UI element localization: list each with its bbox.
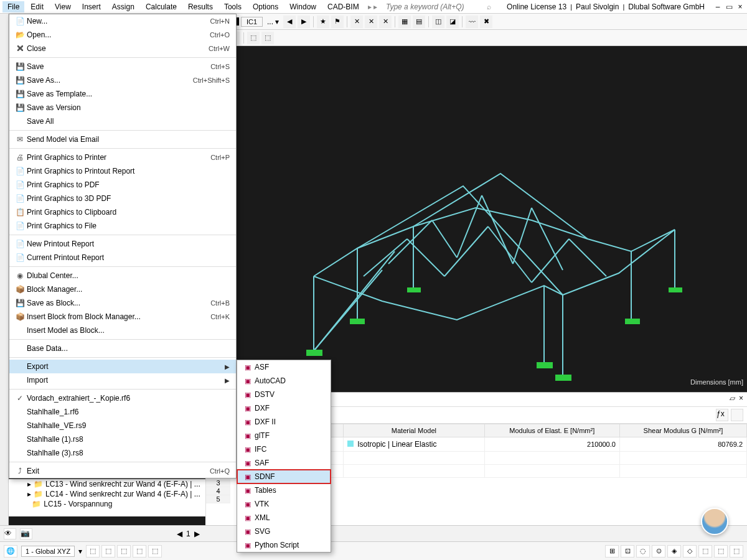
sb-snap1-icon[interactable]: ⊞ — [605, 545, 619, 558]
file-menu-item[interactable]: Save All — [9, 114, 236, 128]
search-go-icon[interactable]: ⌕ — [487, 2, 491, 11]
menu-results[interactable]: Results — [183, 1, 218, 12]
file-menu-item[interactable]: ✉ Send Model via Email — [9, 133, 236, 146]
ic1-more-icon[interactable]: ... ▾ — [265, 17, 281, 26]
sb-globe-icon[interactable]: 🌐 — [4, 545, 17, 558]
pager-prev-icon[interactable]: ◀ — [177, 530, 182, 538]
export-item-tables[interactable]: ▣Tables — [237, 483, 331, 497]
sb-snap2-icon[interactable]: ⊡ — [621, 545, 634, 558]
export-item-ifc[interactable]: ▣IFC — [237, 442, 331, 456]
coord-dropdown-icon[interactable]: ▾ — [78, 547, 82, 556]
camera-icon[interactable]: 📷 — [20, 528, 32, 539]
ic1-selector[interactable]: IC1 — [241, 17, 263, 27]
file-menu-item[interactable]: Export ▶ — [9, 360, 236, 373]
file-menu-item[interactable]: ⤴ Exit Ctrl+Q — [9, 464, 236, 478]
pager-next-icon[interactable]: ▶ — [194, 530, 200, 538]
export-item-dstv[interactable]: ▣DSTV — [237, 388, 331, 401]
tb-grid-icon[interactable]: ▦ — [398, 16, 411, 28]
file-menu-item[interactable]: 💾 Save Ctrl+S — [9, 60, 236, 73]
file-menu-item[interactable]: Stahlhalle_VE.rs9 — [9, 419, 236, 432]
file-menu-item[interactable]: 📦 Insert Block from Block Manager... Ctr… — [9, 310, 236, 324]
menu-window[interactable]: Window — [284, 1, 321, 12]
export-item-xml[interactable]: ▣XML — [237, 511, 331, 525]
tb2-q-icon[interactable]: ⬚ — [261, 32, 274, 44]
file-menu-item[interactable]: 💾 Save as Version — [9, 101, 236, 114]
th-shear-g[interactable]: Shear Modulus G [N/mm²] — [619, 424, 746, 437]
file-menu-item[interactable]: 📄 Print Graphics to File — [9, 219, 236, 233]
tb-nav-left-icon[interactable]: ◀ — [283, 16, 296, 28]
menu-calculate[interactable]: Calculate — [141, 1, 182, 12]
sb-snap5-icon[interactable]: ◈ — [667, 545, 681, 558]
tb-wave-icon[interactable]: 〰 — [466, 16, 478, 28]
menu-options[interactable]: Options — [248, 1, 283, 12]
cell-model[interactable]: Isotropic | Linear Elastic — [344, 437, 484, 452]
file-menu-item[interactable]: 📄 Print Graphics to 3D PDF — [9, 192, 236, 205]
tool-fx-icon[interactable]: ƒx — [716, 409, 728, 421]
sb-snap8-icon[interactable]: ⬚ — [714, 545, 728, 558]
window-min-icon[interactable]: – — [713, 2, 722, 11]
sb-e-icon[interactable]: ⬚ — [148, 545, 162, 558]
tb-layer2-icon[interactable]: ◪ — [446, 16, 459, 28]
coord-system-select[interactable]: 1 - Global XYZ — [21, 546, 75, 557]
panel-pop-icon[interactable]: ▱ — [730, 394, 735, 403]
tb-x1-icon[interactable]: ✕ — [350, 16, 363, 28]
sb-snap3-icon[interactable]: ◌ — [636, 545, 650, 558]
window-restore-icon[interactable]: ▭ — [725, 2, 733, 11]
th-modulus-e[interactable]: Modulus of Elast. E [N/mm²] — [484, 424, 619, 437]
file-menu-item[interactable]: 📄 Current Printout Report — [9, 251, 236, 264]
file-menu-item[interactable]: 📄 New Printout Report — [9, 237, 236, 251]
file-menu-item[interactable]: 📄 New... Ctrl+N — [9, 14, 236, 28]
file-menu-item[interactable]: Stahlhalle (1).rs8 — [9, 432, 236, 446]
file-menu-item[interactable]: 📦 Block Manager... — [9, 282, 236, 296]
file-menu-item[interactable]: Stahlhalle (3).rs8 — [9, 446, 236, 460]
panel-close-icon[interactable]: × — [739, 394, 743, 403]
sb-snap6-icon[interactable]: ◇ — [683, 545, 697, 558]
file-menu-item[interactable]: 💾 Save as Block... Ctrl+B — [9, 296, 236, 310]
sb-c-icon[interactable]: ⬚ — [117, 545, 131, 558]
menu-edit[interactable]: Edit — [26, 1, 49, 12]
keyword-search-input[interactable] — [386, 2, 486, 11]
file-menu-item[interactable]: 🖨 Print Graphics to Printer Ctrl+P — [9, 151, 236, 164]
tb-nav-right-icon[interactable]: ▶ — [298, 16, 310, 28]
sb-d-icon[interactable]: ⬚ — [133, 545, 146, 558]
sb-b-icon[interactable]: ⬚ — [101, 545, 115, 558]
tb-grid2-icon[interactable]: ▤ — [413, 16, 425, 28]
export-item-asf[interactable]: ▣ASF — [237, 360, 331, 374]
menu-view[interactable]: View — [50, 1, 76, 12]
sb-snap9-icon[interactable]: ⬚ — [730, 545, 743, 558]
cell-e[interactable]: 210000.0 — [484, 437, 619, 452]
file-menu-item[interactable]: 📂 Open... Ctrl+O — [9, 28, 236, 42]
file-menu-item[interactable]: 📄 Print Graphics to Printout Report — [9, 164, 236, 178]
export-item-svg[interactable]: ▣SVG — [237, 525, 331, 538]
menu-cadbim[interactable]: CAD-BIM — [322, 1, 364, 12]
file-menu-item[interactable]: Insert Model as Block... — [9, 324, 236, 337]
tb-x2-icon[interactable]: ✕ — [365, 16, 377, 28]
cell-g[interactable]: 80769.2 — [619, 437, 746, 452]
export-item-dxf-ii[interactable]: ▣DXF II — [237, 415, 331, 429]
file-menu-item[interactable]: ◉ Dlubal Center... — [9, 269, 236, 282]
file-menu-item[interactable]: 📋 Print Graphics to Clipboard — [9, 205, 236, 219]
file-menu-item[interactable]: Import ▶ — [9, 373, 236, 387]
file-menu-item[interactable]: Base Data... — [9, 342, 236, 355]
menu-more-icon[interactable]: ▸ ▸ — [365, 2, 380, 11]
export-item-python-script[interactable]: ▣Python Script — [237, 538, 331, 552]
tb-star-icon[interactable]: ★ — [317, 16, 329, 28]
sb-snap4-icon[interactable]: ⊙ — [652, 545, 665, 558]
export-item-saf[interactable]: ▣SAF — [237, 456, 331, 470]
tb-layer-icon[interactable]: ◫ — [432, 16, 444, 28]
assistant-avatar[interactable] — [701, 508, 728, 535]
tb-flag-icon[interactable]: ⚑ — [331, 16, 344, 28]
export-item-dxf[interactable]: ▣DXF — [237, 401, 331, 415]
nav-tree[interactable]: ▸📁LC13 - Wind senkrecht zur Wand 4 (E-F-… — [9, 479, 205, 516]
window-close-icon[interactable]: × — [736, 2, 745, 11]
file-menu-item[interactable]: 💾 Save As... Ctrl+Shift+S — [9, 73, 236, 87]
menu-file[interactable]: File — [2, 1, 24, 12]
th-material-model[interactable]: Material Model — [344, 424, 484, 437]
export-item-vtk[interactable]: ▣VTK — [237, 497, 331, 511]
file-menu-item[interactable]: 📄 Print Graphics to PDF — [9, 178, 236, 192]
export-item-autocad[interactable]: ▣AutoCAD — [237, 374, 331, 388]
file-menu-item[interactable]: 🗙 Close Ctrl+W — [9, 42, 236, 55]
menu-insert[interactable]: Insert — [77, 1, 106, 12]
menu-tools[interactable]: Tools — [219, 1, 247, 12]
tb2-p-icon[interactable]: ⬚ — [247, 32, 260, 44]
